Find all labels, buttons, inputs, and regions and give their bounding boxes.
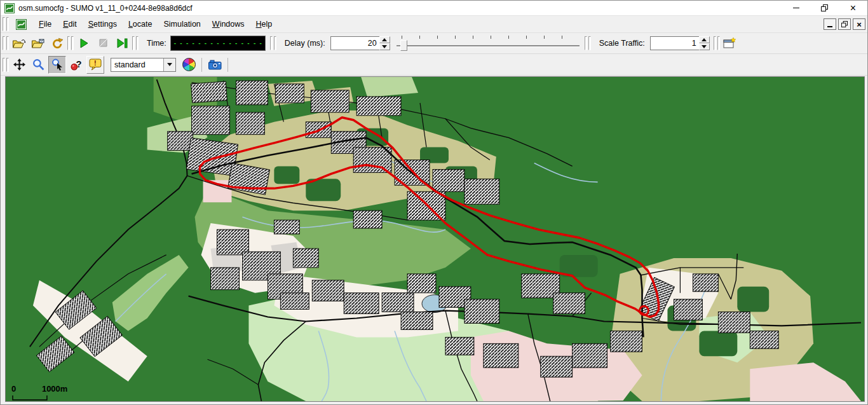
- toolbar-grip[interactable]: [6, 36, 9, 50]
- slider-ticks: [402, 36, 578, 39]
- recenter-view-button[interactable]: [10, 56, 28, 74]
- menu-locate[interactable]: Locate: [123, 17, 158, 31]
- menu-bar: File Edit Settings Locate Simulation Win…: [1, 15, 867, 33]
- toolbar-grip[interactable]: [588, 36, 591, 50]
- delay-input[interactable]: 20: [330, 36, 379, 50]
- toolbar-grip[interactable]: [67, 36, 70, 50]
- open-simulation-button[interactable]: [10, 34, 28, 52]
- toolbar-grip[interactable]: [585, 36, 587, 50]
- chevron-down-icon: [167, 63, 172, 66]
- sumo-app-icon: [4, 3, 15, 13]
- new-view-button[interactable]: [721, 34, 739, 52]
- menu-help[interactable]: Help: [250, 17, 278, 31]
- scale-traffic-spinbox: 1: [650, 36, 710, 50]
- title-bar[interactable]: osm.sumocfg - SUMO v1_11_0+0244-8e98a8d6…: [1, 1, 867, 15]
- window-minimize-button[interactable]: [782, 1, 810, 15]
- delay-increment-button[interactable]: [379, 36, 390, 43]
- locate-under-cursor-button[interactable]: [48, 56, 66, 74]
- scale-start-label: 0: [11, 384, 16, 394]
- open-folder-icon: [12, 38, 26, 49]
- coloring-scheme-dropdown[interactable]: standard: [111, 58, 176, 72]
- open-network-button[interactable]: [29, 34, 47, 52]
- menu-edit[interactable]: Edit: [57, 17, 83, 31]
- time-label: Time:: [147, 39, 166, 48]
- delay-slider[interactable]: [395, 35, 581, 51]
- map-view[interactable]: 0 1000m: [5, 76, 865, 402]
- toolbar-grip[interactable]: [3, 58, 5, 72]
- move-arrows-icon: [13, 58, 25, 71]
- time-lcd-display: - - - - - - - - - - - - - - -: [170, 36, 266, 51]
- delay-decrement-button[interactable]: [379, 43, 390, 50]
- window-title: osm.sumocfg - SUMO v1_11_0+0244-8e98a8d6…: [18, 4, 193, 13]
- toolbar-grip[interactable]: [714, 36, 716, 50]
- restore-icon: [821, 4, 828, 11]
- mdi-restore-icon: [841, 21, 848, 27]
- menu-simulation[interactable]: Simulation: [158, 17, 206, 31]
- tooltip-toggle-button[interactable]: !: [86, 56, 104, 74]
- toolbar-grip[interactable]: [717, 36, 720, 50]
- toolbar-grip[interactable]: [3, 36, 5, 50]
- mdi-restore-button[interactable]: [838, 18, 851, 30]
- scale-traffic-decrement-button[interactable]: [699, 43, 710, 50]
- sumo-main-window: osm.sumocfg - SUMO v1_11_0+0244-8e98a8d6…: [0, 0, 868, 405]
- window-restore-button[interactable]: [810, 1, 839, 15]
- scale-end-label: 1000m: [42, 384, 67, 394]
- coloring-scheme-value: standard: [111, 58, 163, 71]
- sumo-logo-icon: [16, 19, 27, 30]
- stop-button[interactable]: [94, 34, 112, 52]
- view-toolbar: ? ! standard: [1, 54, 867, 76]
- toolbar-grip[interactable]: [132, 36, 135, 50]
- play-icon: [78, 38, 90, 49]
- window-close-button[interactable]: ×: [839, 1, 867, 15]
- run-button[interactable]: [75, 34, 93, 52]
- svg-text:!: !: [94, 59, 97, 67]
- help-button[interactable]: ?: [67, 56, 85, 74]
- svg-text:?: ?: [76, 59, 81, 69]
- toolbar-grip[interactable]: [71, 36, 74, 50]
- menu-settings[interactable]: Settings: [83, 17, 123, 31]
- zoom-button[interactable]: [29, 56, 47, 74]
- step-icon: [116, 38, 128, 49]
- magnifier-cursor-icon: [51, 58, 64, 71]
- reload-button[interactable]: [48, 34, 66, 52]
- toolbar-grip[interactable]: [6, 58, 9, 72]
- toolbar-grip[interactable]: [6, 17, 9, 31]
- toolbar-grip[interactable]: [274, 36, 276, 50]
- snapshot-button[interactable]: [206, 56, 224, 74]
- magnifier-icon: [32, 58, 44, 71]
- scale-traffic-increment-button[interactable]: [699, 36, 710, 43]
- toolbar-separator: [227, 58, 228, 72]
- camera-icon: [208, 60, 222, 70]
- delay-spinbox: 20: [330, 36, 390, 50]
- delay-label: Delay (ms):: [285, 39, 325, 48]
- edit-coloring-button[interactable]: [180, 56, 198, 74]
- scale-traffic-input[interactable]: 1: [650, 36, 699, 50]
- step-button[interactable]: [113, 34, 131, 52]
- new-window-icon: [723, 38, 736, 49]
- open-network-folder-icon: [31, 38, 45, 49]
- toolbar-grip[interactable]: [136, 36, 139, 50]
- map-frame: 0 1000m: [1, 76, 867, 404]
- toolbar-separator: [201, 58, 202, 72]
- mdi-minimize-button[interactable]: [824, 18, 836, 30]
- slider-track[interactable]: [397, 45, 580, 47]
- toolbar-grip[interactable]: [3, 17, 5, 31]
- menu-file[interactable]: File: [33, 17, 57, 31]
- menu-windows[interactable]: Windows: [207, 17, 250, 31]
- question-mark-icon: ?: [71, 58, 83, 71]
- stop-icon-disabled: [97, 38, 109, 49]
- scale-traffic-label: Scale Traffic:: [599, 39, 645, 48]
- network-canvas: 0 1000m: [6, 77, 864, 401]
- simulation-toolbar: Time: - - - - - - - - - - - - - - - Dela…: [1, 33, 867, 54]
- speech-bubble-icon: !: [89, 58, 102, 71]
- mdi-close-button[interactable]: ×: [853, 18, 865, 30]
- color-wheel-icon: [182, 58, 196, 71]
- slider-thumb[interactable]: [400, 40, 407, 51]
- sumo-logo-button[interactable]: [13, 16, 29, 32]
- reload-icon: [51, 38, 64, 50]
- toolbar-grip[interactable]: [270, 36, 273, 50]
- dropdown-arrow-button[interactable]: [163, 58, 175, 71]
